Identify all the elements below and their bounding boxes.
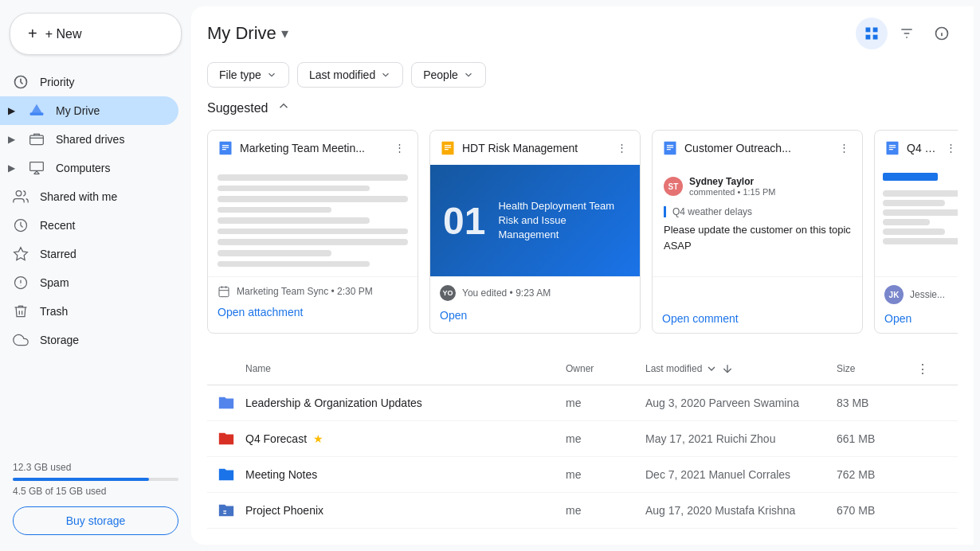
- priority-icon: [13, 74, 29, 90]
- table-row-leadership[interactable]: Leadership & Organization Updates me Aug…: [207, 385, 958, 421]
- sidebar-item-recent[interactable]: Recent: [0, 211, 178, 240]
- row-4-name: Project Phoenix: [245, 504, 566, 517]
- table-header-more-icon[interactable]: ⋮: [916, 362, 929, 376]
- card-2-action-button[interactable]: Open: [440, 309, 467, 322]
- card-4-q4-content: [875, 165, 958, 276]
- people-chevron-icon: [463, 69, 474, 80]
- sidebar: + + New Priority ▶ My Drive ▶ Shared dri…: [0, 0, 191, 551]
- col-size-header: Size: [837, 363, 916, 374]
- row-1-actions: ⋮: [916, 394, 948, 412]
- filter-bar: File type Last modified People: [191, 59, 974, 97]
- card-2-avatar: YO: [440, 285, 456, 301]
- computers-label: Computers: [56, 162, 110, 174]
- sidebar-item-shared-with-me[interactable]: Shared with me: [0, 182, 178, 211]
- file-type-filter[interactable]: File type: [207, 62, 289, 88]
- storage-bar-fill: [13, 478, 149, 481]
- storage-bar-background: [13, 478, 178, 481]
- row-1-size: 83 MB: [837, 397, 916, 409]
- suggested-card-2[interactable]: HDT Risk Management ⋮ 01 Health Deployme…: [429, 130, 641, 334]
- card-1-doc-preview: [208, 165, 417, 276]
- suggested-card-1[interactable]: Marketing Team Meetin... ⋮: [207, 130, 418, 334]
- recent-icon: [13, 217, 29, 233]
- card-2-name: HDT Risk Management: [462, 142, 607, 154]
- people-filter[interactable]: People: [411, 62, 486, 88]
- col-modified-header[interactable]: Last modified: [645, 362, 837, 375]
- content-area: Suggested Marketing Team Meetin... ⋮: [191, 97, 974, 545]
- row-3-folder-icon: [217, 465, 236, 484]
- card-1-name: Marketing Team Meetin...: [240, 142, 385, 154]
- new-button[interactable]: + + New: [10, 13, 182, 55]
- col-name-header: Name: [245, 363, 566, 374]
- storage-section: 12.3 GB used 4.5 GB of 15 GB used Buy st…: [0, 452, 191, 541]
- spam-label: Spam: [40, 276, 69, 289]
- col-owner-header: Owner: [566, 363, 645, 374]
- cloud-icon: [13, 332, 29, 348]
- sidebar-item-storage[interactable]: Storage: [0, 326, 178, 354]
- card-1-action-button[interactable]: Open attachment: [218, 306, 303, 318]
- download-sort-icon: [721, 362, 734, 375]
- svg-rect-2: [30, 135, 44, 145]
- suggested-collapse-button[interactable]: [275, 97, 292, 119]
- computer-icon: [29, 160, 45, 176]
- sidebar-item-shared-drives[interactable]: ▶ Shared drives: [0, 125, 178, 154]
- card-2-header: HDT Risk Management ⋮: [430, 131, 640, 165]
- people-icon: [13, 189, 29, 205]
- main-header: My Drive ▾: [191, 6, 974, 59]
- sidebar-item-spam[interactable]: Spam: [0, 268, 178, 297]
- file-type-chevron-icon: [266, 69, 277, 80]
- card-1-header: Marketing Team Meetin... ⋮: [208, 131, 417, 165]
- card-1-footer: Marketing Team Sync • 2:30 PM Open attac…: [208, 276, 417, 326]
- row-1-owner: me: [566, 397, 645, 409]
- shared-drives-label: Shared drives: [56, 133, 124, 146]
- table-row-meeting-notes[interactable]: Meeting Notes me Dec 7, 2021 Manuel Corr…: [207, 457, 958, 493]
- grid-view-button[interactable]: [856, 18, 888, 49]
- card-1-more-button[interactable]: ⋮: [391, 139, 408, 157]
- row-1-modified: Aug 3, 2020 Parveen Swamina: [645, 397, 837, 409]
- sidebar-item-priority[interactable]: Priority: [0, 68, 178, 96]
- svg-rect-4: [30, 162, 44, 171]
- sort-chevron-icon: [705, 362, 718, 375]
- card-2-more-button[interactable]: ⋮: [613, 139, 630, 157]
- sidebar-item-computers[interactable]: ▶ Computers: [0, 154, 178, 182]
- card-4-more-button[interactable]: ⋮: [943, 139, 958, 157]
- card-4-avatar: JK: [884, 285, 904, 304]
- row-4-owner: me: [566, 504, 645, 517]
- suggested-card-3[interactable]: Customer Outreach... ⋮ ST Sydney Taylor …: [652, 130, 863, 334]
- buy-storage-button[interactable]: Buy storage: [13, 506, 178, 535]
- sidebar-item-starred[interactable]: Starred: [0, 240, 178, 268]
- table-row-project-phoenix[interactable]: Project Phoenix me Aug 17, 2020 Mustafa …: [207, 493, 958, 529]
- row-4-folder-icon: [217, 501, 236, 520]
- svg-rect-38: [887, 141, 899, 154]
- starred-label: Starred: [40, 248, 76, 260]
- card-4-action-button[interactable]: Open: [884, 312, 911, 325]
- title-chevron-icon[interactable]: ▾: [281, 25, 288, 42]
- drive-title: My Drive ▾: [207, 23, 846, 44]
- table-row-q4-forecast[interactable]: Q4 Forecast ★ me May 17, 2021 Ruichi Zho…: [207, 421, 958, 457]
- sidebar-item-my-drive[interactable]: ▶ My Drive: [0, 96, 178, 125]
- sidebar-item-trash[interactable]: Trash: [0, 297, 178, 326]
- star-nav-icon: [13, 246, 29, 262]
- last-modified-filter[interactable]: Last modified: [297, 62, 403, 88]
- card-4-meta-text: Jessie...: [910, 289, 945, 300]
- suggested-card-4[interactable]: Q4 Pr... ⋮ JK: [874, 130, 958, 334]
- card-3-more-button[interactable]: ⋮: [836, 139, 853, 157]
- svg-point-6: [16, 191, 22, 197]
- card-2-meta: YO You edited • 9:23 AM: [440, 285, 630, 301]
- files-table: Name Owner Last modified Size ⋮ Lead: [207, 353, 958, 529]
- card-4-meta: JK Jessie...: [884, 285, 958, 304]
- row-2-owner: me: [566, 432, 645, 445]
- info-button[interactable]: [926, 18, 958, 49]
- svg-rect-1: [30, 113, 44, 115]
- card-4-footer: JK Jessie... Open: [875, 276, 958, 333]
- card-3-action-button[interactable]: Open comment: [662, 312, 739, 325]
- svg-rect-13: [873, 28, 878, 33]
- storage-detail-label: 4.5 GB of 15 GB used: [13, 486, 178, 497]
- card-3-preview: ST Sydney Taylor commented • 1:15 PM Q4 …: [653, 165, 862, 276]
- card-1-meta: Marketing Team Sync • 2:30 PM: [218, 285, 408, 298]
- trash-icon: [13, 303, 29, 319]
- row-3-size: 762 MB: [837, 468, 916, 481]
- filter-button[interactable]: [891, 18, 923, 49]
- svg-point-11: [21, 285, 22, 286]
- calendar-icon: [218, 285, 230, 298]
- card-3-doc-icon: [662, 140, 678, 156]
